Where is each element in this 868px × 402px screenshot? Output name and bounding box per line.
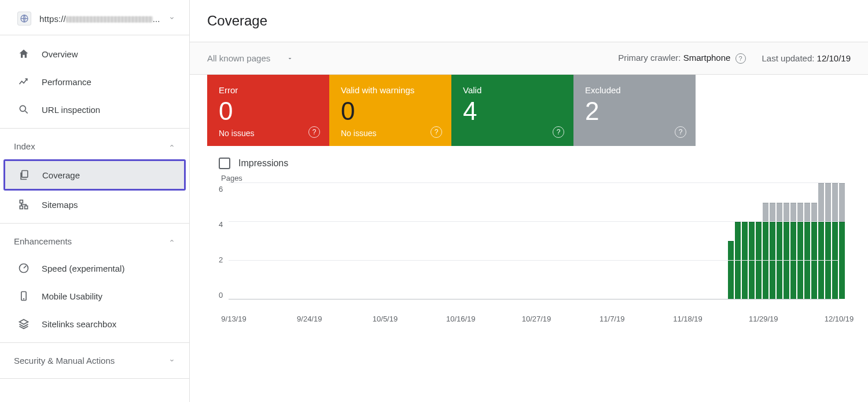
chart-plot: [229, 184, 839, 299]
property-url-prefix: https://: [39, 14, 66, 24]
nav-section-top: Overview Performance URL inspection: [0, 35, 189, 129]
nav-section-enhancements: Enhancements Speed (experimental) Mobile…: [0, 224, 189, 343]
svg-rect-5: [25, 206, 28, 209]
sidebar-item-mobile-usability[interactable]: Mobile Usability: [0, 282, 189, 310]
x-tick: 11/29/19: [749, 315, 778, 323]
main: Coverage All known pages Primary crawler…: [190, 0, 868, 402]
section-header-security[interactable]: Security & Manual Actions: [0, 348, 189, 374]
status-card-label: Valid: [463, 85, 562, 95]
chart-bar[interactable]: [839, 183, 845, 299]
chart-bar[interactable]: [832, 183, 838, 299]
help-icon[interactable]: ?: [675, 126, 686, 138]
sidebar-item-coverage-highlight: Coverage: [3, 159, 186, 191]
globe-icon: [17, 12, 31, 25]
y-tick: 6: [219, 185, 223, 193]
pages-filter-label: All known pages: [207, 53, 270, 63]
chart-bar[interactable]: [797, 203, 803, 299]
search-icon: [17, 103, 30, 116]
x-tick: 11/7/19: [599, 315, 624, 323]
sidebar: https://... Overview Performance URL ins…: [0, 0, 190, 402]
chevron-up-icon: [168, 236, 175, 246]
property-url: https://...: [39, 14, 160, 24]
x-tick: 10/27/19: [522, 315, 551, 323]
sidebar-item-url-inspection[interactable]: URL inspection: [0, 96, 189, 123]
impressions-row: Impressions: [207, 146, 851, 174]
layers-icon: [17, 317, 30, 330]
help-icon[interactable]: ?: [308, 126, 320, 138]
sidebar-item-speed[interactable]: Speed (experimental): [0, 254, 189, 282]
primary-crawler-value: Smartphone: [683, 53, 731, 63]
chevron-down-icon: [168, 356, 175, 366]
sidebar-item-sitemaps[interactable]: Sitemaps: [0, 191, 189, 218]
chart-bar[interactable]: [790, 203, 796, 299]
nav-section-security: Security & Manual Actions: [0, 343, 189, 379]
status-card-excluded[interactable]: Excluded 2 ?: [573, 75, 696, 146]
impressions-checkbox[interactable]: [219, 158, 230, 169]
chart-bar[interactable]: [811, 203, 817, 299]
help-icon[interactable]: ?: [431, 126, 442, 138]
primary-crawler-label: Primary crawler:: [618, 53, 683, 63]
svg-point-8: [24, 299, 24, 299]
section-header-enhancements[interactable]: Enhancements: [0, 228, 189, 254]
x-tick: 10/5/19: [373, 315, 398, 323]
primary-crawler-info: Primary crawler: Smartphone ?: [618, 53, 745, 64]
property-selector[interactable]: https://...: [0, 0, 189, 35]
chevron-up-icon: [168, 141, 175, 151]
sidebar-item-label: Coverage: [42, 170, 80, 180]
status-card-subtext: No issues: [341, 129, 440, 138]
x-tick: 12/10/19: [825, 315, 854, 323]
chart-bar[interactable]: [784, 203, 789, 299]
chart-x-axis: 9/13/199/24/1910/5/1910/16/1910/27/1911/…: [234, 311, 839, 325]
sidebar-item-performance[interactable]: Performance: [0, 68, 189, 96]
chart-ylabel: Pages: [221, 174, 839, 182]
sidebar-item-overview[interactable]: Overview: [0, 40, 189, 68]
status-card-warning[interactable]: Valid with warnings 0 No issues ?: [329, 75, 451, 146]
help-icon[interactable]: ?: [553, 126, 564, 138]
chart-bar[interactable]: [777, 203, 782, 299]
y-tick: 4: [219, 220, 223, 229]
sidebar-item-label: Overview: [42, 49, 78, 59]
pages-filter-dropdown[interactable]: All known pages: [207, 53, 293, 63]
sidebar-item-label: Speed (experimental): [42, 264, 124, 273]
mobile-icon: [17, 290, 30, 302]
chart-bar[interactable]: [804, 203, 810, 299]
x-tick: 9/13/19: [221, 315, 246, 323]
status-card-label: Error: [219, 85, 318, 95]
status-card-label: Valid with warnings: [341, 85, 440, 95]
sitemap-icon: [17, 198, 30, 211]
section-header-label: Enhancements: [14, 236, 72, 246]
x-tick: 10/16/19: [446, 315, 476, 323]
y-tick: 0: [219, 291, 223, 299]
status-card-value: 0: [341, 97, 440, 125]
sidebar-item-coverage[interactable]: Coverage: [5, 161, 184, 189]
trend-icon: [17, 75, 30, 88]
last-updated-label: Last updated:: [762, 53, 817, 63]
section-header-label: Security & Manual Actions: [14, 356, 115, 366]
chevron-down-icon: [168, 13, 175, 24]
last-updated-value: 12/10/19: [817, 53, 851, 63]
section-header-index[interactable]: Index: [0, 133, 189, 159]
sidebar-item-label: Mobile Usability: [42, 291, 102, 301]
chart-bar[interactable]: [728, 241, 734, 299]
sidebar-item-label: URL inspection: [42, 105, 100, 115]
sidebar-item-sitelinks-searchbox[interactable]: Sitelinks searchbox: [0, 310, 189, 338]
page-header: Coverage: [190, 0, 868, 42]
chart-bar[interactable]: [763, 203, 768, 299]
page-title: Coverage: [207, 13, 851, 29]
status-card-subtext: [585, 129, 684, 138]
chart-bar[interactable]: [825, 183, 831, 299]
home-icon: [17, 47, 30, 60]
nav-section-index: Index Coverage Sitemaps: [0, 129, 189, 224]
status-card-valid[interactable]: Valid 4 ?: [451, 75, 573, 146]
chart-bar[interactable]: [818, 183, 824, 299]
x-tick: 11/18/19: [673, 315, 703, 323]
chevron-down-icon: [286, 55, 293, 62]
svg-point-1: [20, 105, 25, 111]
status-card-label: Excluded: [585, 85, 684, 95]
status-card-subtext: [463, 129, 562, 138]
chart-bar[interactable]: [770, 203, 775, 299]
sidebar-item-label: Sitemaps: [42, 200, 78, 210]
y-tick: 2: [219, 255, 223, 264]
status-card-error[interactable]: Error 0 No issues ?: [207, 75, 329, 146]
help-icon[interactable]: ?: [735, 53, 746, 64]
